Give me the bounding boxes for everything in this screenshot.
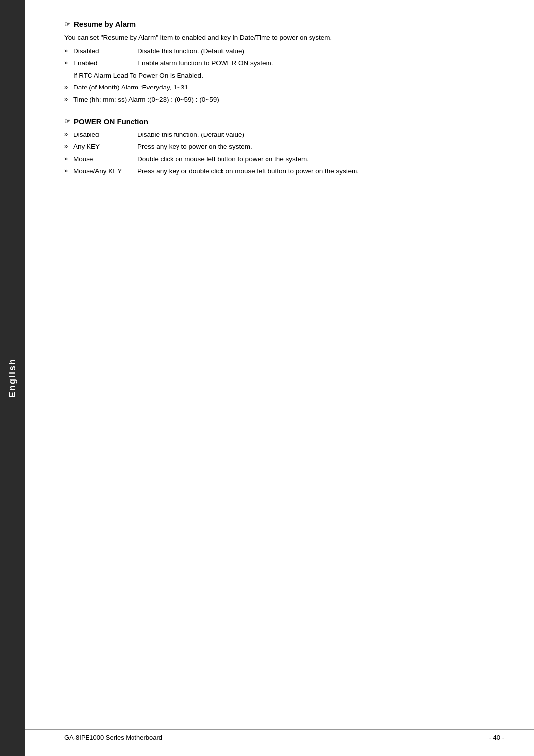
section1-description: You can set "Resume by Alarm" item to en… — [64, 32, 504, 43]
section2-key-mouse: Mouse — [73, 154, 137, 165]
section2-bullet-mouseanykey — [64, 166, 71, 176]
section1-bullet-time — [64, 94, 71, 105]
main-content: ☞ Resume by Alarm You can set "Resume by… — [25, 0, 534, 228]
footer-right: - 40 - — [490, 734, 504, 741]
section1-key-date: Date (of Month) Alarm : — [73, 82, 142, 93]
section2-key-mouseanykey: Mouse/Any KEY — [73, 166, 137, 177]
section2-desc-mouse: Double click on mouse left button to pow… — [137, 154, 309, 165]
section2-key-disabled: Disabled — [73, 130, 137, 140]
sidebar-label: English — [7, 358, 18, 398]
section1-desc-enabled: Enable alarm function to POWER ON system… — [137, 58, 273, 69]
section1-desc-disabled: Disable this function. (Default value) — [137, 46, 244, 57]
section2-item-disabled: Disabled Disable this function. (Default… — [64, 130, 504, 140]
section1-note: If RTC Alarm Lead To Power On is Enabled… — [73, 70, 504, 81]
section1-cursor-icon: ☞ — [64, 20, 71, 28]
section-resume-by-alarm: ☞ Resume by Alarm You can set "Resume by… — [64, 20, 504, 105]
section2-item-anykey: Any KEY Press any key to power on the sy… — [64, 141, 504, 152]
section2-desc-mouseanykey: Press any key or double click on mouse l… — [137, 166, 359, 177]
section2-bullet-anykey — [64, 141, 71, 152]
section2-title: ☞ POWER ON Function — [64, 117, 504, 126]
section2-item-mouse: Mouse Double click on mouse left button … — [64, 154, 504, 165]
sidebar: English — [0, 0, 25, 756]
section2-bullet-mouse — [64, 154, 71, 164]
section1-bullet-date — [64, 82, 71, 92]
footer: GA-8IPE1000 Series Motherboard - 40 - — [25, 729, 534, 741]
section1-subitem-date: Date (of Month) Alarm : Everyday, 1~31 — [64, 82, 504, 93]
section1-item-disabled: Disabled Disable this function. (Default… — [64, 46, 504, 57]
section1-title-text: Resume by Alarm — [74, 20, 136, 28]
section1-bullet-enabled — [64, 58, 71, 68]
section1-item-enabled: Enabled Enable alarm function to POWER O… — [64, 58, 504, 69]
section1-title: ☞ Resume by Alarm — [64, 20, 504, 28]
section2-bullet-disabled — [64, 130, 71, 140]
section2-item-mouseanykey: Mouse/Any KEY Press any key or double cl… — [64, 166, 504, 177]
section2-cursor-icon: ☞ — [64, 117, 71, 125]
section1-bullet-disabled — [64, 46, 71, 56]
section2-key-anykey: Any KEY — [73, 141, 137, 152]
section1-key-time: Time (hh: mm: ss) Alarm : — [73, 94, 149, 105]
section1-subitem-time: Time (hh: mm: ss) Alarm : (0~23) : (0~59… — [64, 94, 504, 105]
footer-left: GA-8IPE1000 Series Motherboard — [64, 734, 162, 741]
section-power-on-function: ☞ POWER ON Function Disabled Disable thi… — [64, 117, 504, 177]
section2-desc-disabled: Disable this function. (Default value) — [137, 130, 244, 140]
section1-desc-time: (0~23) : (0~59) : (0~59) — [149, 94, 219, 105]
section1-key-disabled: Disabled — [73, 46, 137, 57]
section2-desc-anykey: Press any key to power on the system. — [137, 141, 252, 152]
section2-title-text: POWER ON Function — [74, 117, 148, 126]
section1-key-enabled: Enabled — [73, 58, 137, 69]
section1-desc-date: Everyday, 1~31 — [142, 82, 188, 93]
